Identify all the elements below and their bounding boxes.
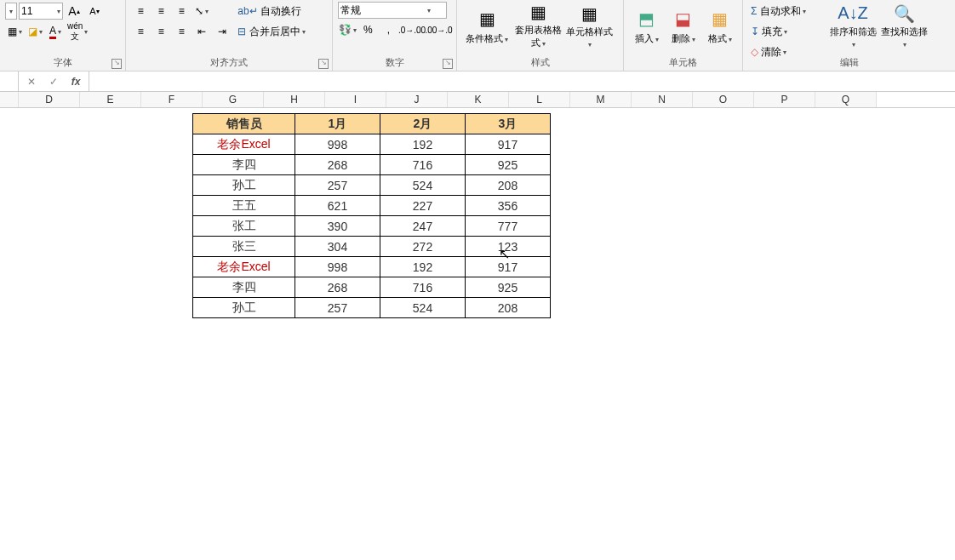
cell-salesman[interactable]: 张三 bbox=[193, 237, 295, 257]
table-header[interactable]: 3月 bbox=[466, 114, 551, 134]
column-header[interactable]: F bbox=[141, 92, 203, 107]
formula-input[interactable] bbox=[89, 71, 955, 91]
alignment-dialog-launcher[interactable]: ↘ bbox=[318, 59, 329, 69]
column-header[interactable]: O bbox=[693, 92, 754, 107]
cell-value[interactable]: 356 bbox=[466, 196, 551, 216]
percent-button[interactable]: % bbox=[358, 20, 377, 39]
cell-value[interactable]: 524 bbox=[380, 298, 466, 318]
number-format-select[interactable]: ▾ bbox=[338, 2, 447, 19]
enter-formula-button[interactable]: ✓ bbox=[44, 72, 63, 91]
cell-value[interactable]: 716 bbox=[380, 155, 466, 175]
cell-value[interactable]: 917 bbox=[466, 257, 551, 277]
format-as-table-button[interactable]: ▦ 套用表格格式▾ bbox=[513, 2, 563, 49]
conditional-format-button[interactable]: ▦ 条件格式▾ bbox=[462, 2, 512, 49]
merge-center-button[interactable]: ⊟ 合并后居中▾ bbox=[233, 22, 327, 41]
worksheet-area[interactable]: 销售员1月2月3月 老余Excel998192917李四268716925孙工2… bbox=[0, 108, 955, 560]
cell-value[interactable]: 257 bbox=[295, 298, 380, 318]
align-top-button[interactable]: ≡ bbox=[131, 2, 150, 20]
align-bottom-button[interactable]: ≡ bbox=[172, 2, 191, 20]
column-headers[interactable]: DEFGHIJKLMNOPQ bbox=[0, 92, 955, 108]
cell-value[interactable]: 208 bbox=[466, 298, 551, 318]
column-header[interactable]: G bbox=[203, 92, 264, 107]
autosum-button[interactable]: Σ 自动求和▾ bbox=[748, 2, 826, 20]
cell-value[interactable]: 716 bbox=[380, 277, 466, 298]
cell-value[interactable]: 390 bbox=[295, 216, 380, 237]
column-header[interactable]: I bbox=[325, 92, 386, 107]
fill-button[interactable]: ↧ 填充▾ bbox=[748, 22, 826, 41]
cell-value[interactable]: 227 bbox=[380, 196, 466, 216]
column-header[interactable]: J bbox=[386, 92, 448, 107]
cell-value[interactable]: 998 bbox=[295, 134, 380, 155]
decrease-decimal-button[interactable]: .00→.0 bbox=[426, 20, 452, 39]
cell-salesman[interactable]: 王五 bbox=[193, 196, 295, 216]
cell-value[interactable]: 998 bbox=[295, 257, 380, 277]
column-header[interactable]: K bbox=[448, 92, 509, 107]
align-center-button[interactable]: ≡ bbox=[152, 22, 170, 41]
fill-color-button[interactable]: ◪▾ bbox=[26, 22, 44, 41]
cell-salesman[interactable]: 张工 bbox=[193, 216, 295, 237]
column-header[interactable]: E bbox=[80, 92, 141, 107]
insert-button[interactable]: ⬒ 插入▾ bbox=[629, 2, 664, 49]
comma-button[interactable]: , bbox=[379, 20, 397, 39]
cell-salesman[interactable]: 李四 bbox=[193, 277, 295, 298]
cell-value[interactable]: 268 bbox=[295, 277, 380, 298]
column-header[interactable]: M bbox=[570, 92, 632, 107]
table-header[interactable]: 1月 bbox=[295, 114, 380, 134]
cell-value[interactable]: 925 bbox=[466, 155, 551, 175]
cell-value[interactable]: 272 bbox=[380, 237, 466, 257]
cell-value[interactable]: 777 bbox=[466, 216, 551, 237]
border-button[interactable]: ▦▾ bbox=[5, 22, 24, 41]
font-size-select[interactable]: ▾ bbox=[19, 3, 63, 20]
number-dialog-launcher[interactable]: ↘ bbox=[443, 59, 453, 69]
font-dialog-launcher[interactable]: ↘ bbox=[112, 59, 122, 69]
orientation-button[interactable]: ⤡▾ bbox=[192, 2, 211, 20]
align-middle-button[interactable]: ≡ bbox=[152, 2, 170, 20]
name-box[interactable] bbox=[0, 71, 19, 91]
column-header[interactable]: P bbox=[754, 92, 815, 107]
cell-value[interactable]: 268 bbox=[295, 155, 380, 175]
cell-salesman[interactable]: 孙工 bbox=[193, 298, 295, 318]
accounting-format-button[interactable]: 💱▾ bbox=[338, 20, 357, 39]
align-right-button[interactable]: ≡ bbox=[172, 22, 191, 41]
cell-value[interactable]: 304 bbox=[295, 237, 380, 257]
font-grow-button[interactable]: A▴ bbox=[65, 2, 83, 20]
table-header[interactable]: 2月 bbox=[380, 114, 466, 134]
column-header[interactable] bbox=[0, 92, 19, 107]
indent-increase-button[interactable]: ⇥ bbox=[213, 22, 232, 41]
column-header[interactable]: N bbox=[632, 92, 693, 107]
column-header[interactable]: D bbox=[19, 92, 80, 107]
column-header[interactable]: L bbox=[509, 92, 570, 107]
wrap-text-button[interactable]: ab↵ 自动换行 bbox=[233, 2, 318, 20]
cell-value[interactable]: 524 bbox=[380, 175, 466, 196]
cell-value[interactable]: 257 bbox=[295, 175, 380, 196]
indent-decrease-button[interactable]: ⇤ bbox=[192, 22, 211, 41]
cell-value[interactable]: 925 bbox=[466, 277, 551, 298]
cell-value[interactable]: 123 bbox=[466, 237, 551, 257]
find-select-button[interactable]: 🔍 查找和选择▾ bbox=[879, 2, 929, 49]
cell-styles-button[interactable]: ▦ 单元格样式▾ bbox=[564, 2, 614, 49]
format-button[interactable]: ▦ 格式▾ bbox=[702, 2, 737, 49]
cell-salesman[interactable]: 李四 bbox=[193, 155, 295, 175]
table-header[interactable]: 销售员 bbox=[193, 114, 295, 134]
phonetic-button[interactable]: wén文▾ bbox=[66, 22, 89, 41]
cell-salesman[interactable]: 孙工 bbox=[193, 175, 295, 196]
sort-filter-button[interactable]: A↓Z 排序和筛选▾ bbox=[828, 2, 878, 49]
insert-function-button[interactable]: fx bbox=[66, 72, 85, 91]
cell-value[interactable]: 192 bbox=[380, 257, 466, 277]
increase-decimal-button[interactable]: .0→.00 bbox=[399, 20, 425, 39]
align-left-button[interactable]: ≡ bbox=[131, 22, 150, 41]
cell-value[interactable]: 192 bbox=[380, 134, 466, 155]
cell-value[interactable]: 247 bbox=[380, 216, 466, 237]
cell-value[interactable]: 621 bbox=[295, 196, 380, 216]
font-name-select[interactable]: ▾ bbox=[5, 3, 17, 20]
cell-salesman[interactable]: 老余Excel bbox=[193, 134, 295, 155]
column-header[interactable]: Q bbox=[815, 92, 877, 107]
cell-value[interactable]: 208 bbox=[466, 175, 551, 196]
delete-button[interactable]: ⬓ 删除▾ bbox=[666, 2, 701, 49]
cancel-formula-button[interactable]: ✕ bbox=[22, 72, 41, 91]
cell-value[interactable]: 917 bbox=[466, 134, 551, 155]
font-shrink-button[interactable]: A▾ bbox=[85, 2, 104, 20]
font-color-button[interactable]: A▾ bbox=[46, 22, 65, 41]
column-header[interactable]: H bbox=[264, 92, 325, 107]
cell-salesman[interactable]: 老余Excel bbox=[193, 257, 295, 277]
